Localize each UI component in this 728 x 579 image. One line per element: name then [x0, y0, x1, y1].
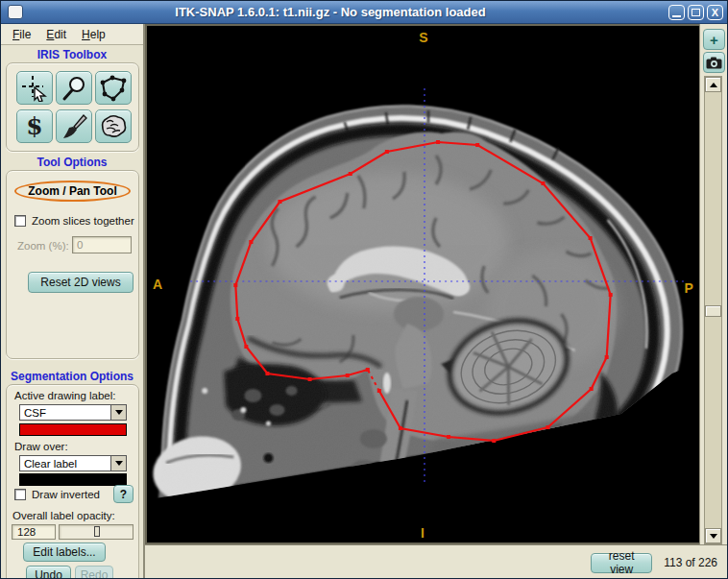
- chevron-down-icon[interactable]: [110, 405, 126, 420]
- edit-labels-button[interactable]: Edit labels...: [23, 543, 106, 562]
- draw-inverted-checkbox[interactable]: [14, 489, 26, 500]
- slice-scrollbar[interactable]: [704, 76, 722, 544]
- polygon-tool-button[interactable]: [95, 71, 132, 105]
- draw-inverted-label: Draw inverted: [32, 489, 100, 500]
- menu-file[interactable]: File: [12, 28, 31, 41]
- paintbrush-icon: [61, 113, 87, 140]
- brain-icon: [99, 113, 128, 140]
- itk-snap-window: ITK-SNAP 1.6.0.1: t1.nii.gz - No segment…: [0, 0, 728, 579]
- orientation-label-superior: S: [419, 30, 427, 45]
- minimize-button[interactable]: [668, 5, 685, 20]
- chevron-down-icon[interactable]: [110, 456, 126, 470]
- magnifier-icon: [61, 75, 87, 102]
- reset-2d-views-button[interactable]: Reset 2D views: [28, 272, 133, 293]
- active-tool-indicator: Zoom / Pan Tool: [14, 181, 131, 202]
- active-label-color-swatch: [19, 423, 127, 436]
- zoom-percent-input[interactable]: 0: [72, 236, 132, 253]
- mri-sagittal-image[interactable]: S I A P: [147, 26, 699, 543]
- snake-tool-button[interactable]: $: [16, 109, 53, 143]
- orientation-label-anterior: A: [153, 277, 162, 292]
- redo-button[interactable]: Redo: [75, 566, 113, 579]
- status-bar: reset view 113 of 226: [145, 544, 728, 579]
- sagittal-view-canvas[interactable]: S I A P: [145, 24, 699, 544]
- tool-options-header: Tool Options: [1, 156, 143, 169]
- control-panel: File Edit Help IRIS Toolbox: [1, 24, 145, 579]
- paintbrush-tool-button[interactable]: [56, 109, 92, 143]
- camera-icon: [706, 57, 722, 69]
- draw-over-caption: Draw over:: [14, 441, 68, 452]
- opacity-input[interactable]: 128: [12, 524, 56, 540]
- orientation-label-inferior: I: [421, 525, 425, 541]
- view-toolbar: +: [699, 24, 727, 544]
- draw-over-color-swatch: [19, 473, 127, 486]
- maximize-button[interactable]: [688, 5, 704, 20]
- help-button[interactable]: ?: [113, 485, 133, 503]
- zoom-percent-label: Zoom (%):: [17, 240, 69, 252]
- segmentation-options-header: Segmentation Options: [1, 370, 143, 383]
- polygon-icon: [99, 75, 128, 102]
- menu-bar: File Edit Help: [1, 24, 143, 45]
- crosshair-tool-button[interactable]: [16, 71, 53, 105]
- close-icon[interactable]: X: [707, 5, 723, 20]
- zoom-tool-button[interactable]: [56, 71, 92, 105]
- opacity-caption: Overall label opacity:: [12, 510, 115, 521]
- slice-scrollbar-thumb[interactable]: [705, 305, 721, 317]
- zoom-together-checkbox[interactable]: [14, 215, 26, 227]
- reset-view-button[interactable]: reset view: [591, 553, 652, 573]
- scroll-up-arrow[interactable]: [705, 77, 721, 92]
- opacity-slider[interactable]: [59, 524, 133, 540]
- expand-view-button[interactable]: +: [703, 29, 725, 50]
- active-label-caption: Active drawing label:: [14, 390, 115, 401]
- crosshair-icon: [20, 75, 49, 102]
- orientation-label-posterior: P: [685, 280, 693, 296]
- draw-over-combobox[interactable]: Clear label: [19, 455, 127, 471]
- window-title: ITK-SNAP 1.6.0.1: t1.nii.gz - No segment…: [1, 5, 660, 19]
- opacity-slider-thumb[interactable]: [94, 526, 100, 537]
- iris-toolbox-header: IRIS Toolbox: [1, 48, 143, 61]
- title-bar: ITK-SNAP 1.6.0.1: t1.nii.gz - No segment…: [1, 1, 727, 24]
- menu-help[interactable]: Help: [82, 28, 106, 41]
- snake-dollar-icon: $: [26, 114, 42, 138]
- brain-tool-button[interactable]: [95, 109, 132, 143]
- zoom-together-label: Zoom slices together: [32, 215, 134, 227]
- screenshot-button[interactable]: [703, 52, 725, 73]
- active-label-combobox[interactable]: CSF: [19, 404, 127, 421]
- menu-edit[interactable]: Edit: [46, 28, 66, 41]
- scroll-down-arrow[interactable]: [705, 528, 721, 543]
- slice-counter: 113 of 226: [664, 556, 717, 569]
- undo-button[interactable]: Undo: [26, 566, 71, 579]
